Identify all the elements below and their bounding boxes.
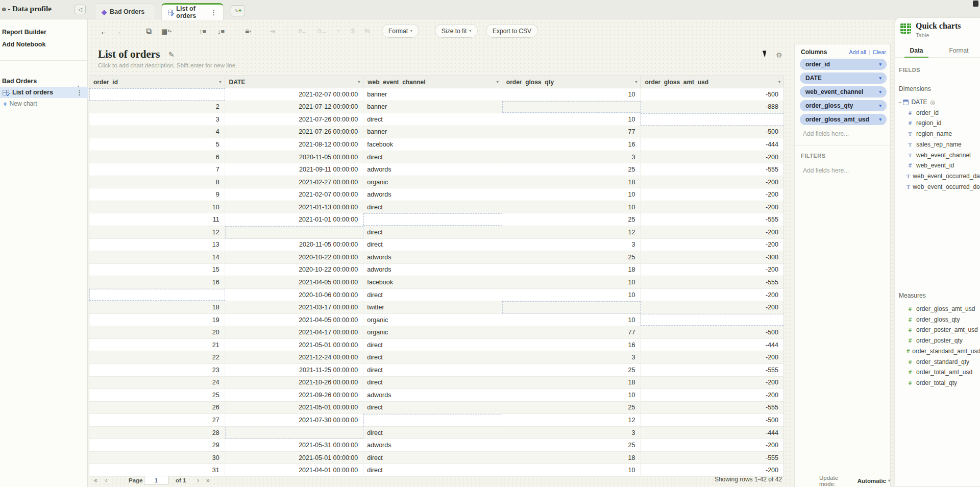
cell-order_gloss_qty[interactable]: 16 <box>502 138 641 151</box>
cell-web_event_channel[interactable]: adwords <box>363 439 502 451</box>
chevron-down-icon[interactable]: ▾ <box>358 80 360 84</box>
cell-web_event_channel[interactable]: organic <box>363 314 502 326</box>
dimension-item-DATE[interactable]: −DATE◎ <box>895 97 980 107</box>
cell-web_event_channel[interactable]: adwords <box>363 389 502 401</box>
cell-order_gloss_amt_usd[interactable]: -555 <box>641 276 783 288</box>
cell-web_event_channel[interactable] <box>363 414 502 426</box>
chevron-down-icon[interactable]: ▾ <box>879 103 881 108</box>
cell-order_gloss_qty[interactable]: 10 <box>502 188 641 201</box>
percent-icon[interactable]: % <box>364 25 370 38</box>
cell-order_gloss_amt_usd[interactable]: -200 <box>641 289 783 301</box>
sidebar-item-list-of-orders[interactable]: ✓ List of orders ⋮ <box>0 87 88 98</box>
dimension-item-region_name[interactable]: Tregion_name <box>895 129 980 139</box>
cell-web_event_channel[interactable]: banner <box>363 126 502 138</box>
cell-order_gloss_amt_usd[interactable]: -200 <box>641 351 783 363</box>
cell-order_gloss_amt_usd[interactable]: -200 <box>641 464 783 476</box>
wrap-text-icon[interactable]: ⇥ <box>270 25 275 38</box>
gear-icon[interactable]: ⚙ <box>776 51 782 59</box>
cell-order_id[interactable]: 31 <box>89 464 225 476</box>
cell-order_gloss_amt_usd[interactable]: -555 <box>641 213 783 226</box>
chevron-down-icon[interactable]: ▾ <box>497 80 499 84</box>
cell-DATE[interactable]: 2020-11-05 00:00:00 <box>225 151 364 163</box>
forward-arrow-icon[interactable]: → <box>114 25 122 38</box>
tab-data[interactable]: Data <box>895 44 938 57</box>
cell-order_gloss_qty[interactable]: 10 <box>502 389 641 401</box>
cell-order_gloss_qty[interactable]: 3 <box>502 239 641 251</box>
cell-order_gloss_qty[interactable]: 25 <box>502 364 641 376</box>
page-next-button[interactable]: › <box>197 475 199 486</box>
cell-order_gloss_amt_usd[interactable] <box>641 113 783 126</box>
cell-DATE[interactable]: 2021-07-30 00:00:00 <box>225 414 364 426</box>
cell-order_id[interactable]: 21 <box>89 339 225 351</box>
cell-order_gloss_amt_usd[interactable]: -200 <box>641 301 783 313</box>
cell-order_id[interactable]: 2 <box>89 101 225 113</box>
cell-order_gloss_amt_usd[interactable]: -500 <box>641 326 783 338</box>
cell-order_gloss_amt_usd[interactable]: -200 <box>641 264 783 276</box>
cell-web_event_channel[interactable]: direct <box>363 226 502 238</box>
measure-item-order_standard_qty[interactable]: #order_standard_qty <box>895 357 980 367</box>
cell-web_event_channel[interactable] <box>363 213 502 226</box>
cell-DATE[interactable]: 2021-02-07 00:00:00 <box>225 188 364 201</box>
page-prev-button[interactable]: ‹ <box>105 475 107 486</box>
measure-item-order_standard_amt_usd[interactable]: #order_standard_amt_usd <box>895 346 980 356</box>
column-chip-order_gloss_qty[interactable]: order_gloss_qty▾ <box>800 100 887 111</box>
cell-order_gloss_amt_usd[interactable]: -200 <box>641 176 783 188</box>
cell-order_gloss_qty[interactable]: 3 <box>502 351 641 363</box>
cell-order_gloss_amt_usd[interactable] <box>641 314 783 326</box>
column-chip-DATE[interactable]: DATE▾ <box>800 72 887 84</box>
cell-order_id[interactable]: 11 <box>89 213 225 226</box>
dimension-item-order_id[interactable]: #order_id <box>895 108 980 118</box>
cell-order_id[interactable]: 3 <box>89 113 225 126</box>
size-to-fit-button[interactable]: Size to fit ▾ <box>435 24 478 38</box>
cell-DATE[interactable]: 2021-08-12 00:00:00 <box>225 138 364 151</box>
cell-DATE[interactable]: 2021-07-26 00:00:00 <box>225 126 364 138</box>
cell-web_event_channel[interactable]: banner <box>363 88 502 101</box>
cell-order_gloss_amt_usd[interactable]: -444 <box>641 339 783 351</box>
cell-order_id[interactable]: 4 <box>89 126 225 138</box>
cell-DATE[interactable]: 2020-10-22 00:00:00 <box>225 251 364 263</box>
cell-web_event_channel[interactable]: adwords <box>363 163 502 176</box>
cell-order_gloss_qty[interactable]: 25 <box>502 213 641 226</box>
cell-order_id[interactable]: 7 <box>89 163 225 176</box>
cell-order_id[interactable]: 26 <box>89 402 225 414</box>
cell-order_gloss_amt_usd[interactable]: -888 <box>641 101 783 113</box>
sidebar-item-bad-orders[interactable]: Bad Orders <box>0 76 88 87</box>
cell-order_gloss_qty[interactable]: 12 <box>502 226 641 238</box>
cell-web_event_channel[interactable]: adwords <box>363 188 502 201</box>
column-chip-order_id[interactable]: order_id▾ <box>800 59 887 70</box>
dimension-item-sales_rep_name[interactable]: Tsales_rep_name <box>895 139 980 150</box>
cell-order_gloss_amt_usd[interactable]: -444 <box>641 138 783 151</box>
cell-DATE[interactable]: 2021-05-01 00:00:00 <box>225 339 364 351</box>
cell-DATE[interactable]: 2021-02-07 00:00:00 <box>225 88 364 101</box>
sort-asc-icon[interactable]: ↑≡ <box>199 25 206 38</box>
decimal-decrease-icon[interactable]: .0← <box>297 25 307 38</box>
cell-order_id[interactable]: 18 <box>89 301 225 313</box>
kebab-icon[interactable]: ⋮ <box>76 89 83 96</box>
cell-order_gloss_qty[interactable]: 10 <box>502 88 641 101</box>
currency-icon[interactable]: $ <box>351 25 355 38</box>
filters-add-fields-placeholder[interactable]: Add fields here... <box>803 167 849 174</box>
copy-icon[interactable]: ⧉ <box>146 25 152 38</box>
chart-title[interactable]: List of orders <box>98 48 160 61</box>
collapse-sidebar-icon[interactable]: ◁ <box>75 5 86 14</box>
cell-DATE[interactable]: 2021-05-01 00:00:00 <box>225 452 364 464</box>
cell-DATE[interactable] <box>225 427 364 439</box>
add-all-link[interactable]: Add all <box>849 49 866 55</box>
cell-DATE[interactable]: 2021-12-24 00:00:00 <box>225 351 364 363</box>
cell-order_id[interactable]: 22 <box>89 351 225 363</box>
cell-order_gloss_qty[interactable]: 10 <box>502 276 641 288</box>
cell-order_gloss_qty[interactable]: 25 <box>502 402 641 414</box>
cell-order_gloss_amt_usd[interactable]: -300 <box>641 251 783 263</box>
cell-order_gloss_qty[interactable] <box>502 301 641 313</box>
sort-desc-icon[interactable]: ↓≡ <box>217 25 225 38</box>
cell-order_gloss_amt_usd[interactable]: -200 <box>641 377 783 389</box>
cell-web_event_channel[interactable]: organic <box>363 326 502 338</box>
new-tab-button[interactable]: ∿+ <box>231 5 245 16</box>
cell-DATE[interactable]: 2021-09-26 00:00:00 <box>225 389 364 401</box>
cell-order_id[interactable]: 23 <box>89 364 225 376</box>
tab-format[interactable]: Format <box>938 44 980 57</box>
cell-DATE[interactable]: 2021-09-11 00:00:00 <box>225 163 364 176</box>
cell-order_id[interactable]: 10 <box>89 201 225 213</box>
cell-web_event_channel[interactable]: direct <box>363 239 502 251</box>
align-icon[interactable]: ≡ ▾ <box>245 25 251 38</box>
